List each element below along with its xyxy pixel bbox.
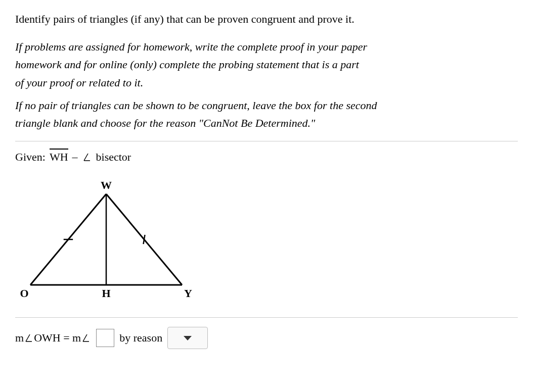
- italic-note-1: If problems are assigned for homework, w…: [15, 38, 518, 91]
- vertex-Y-label: Y: [184, 287, 192, 300]
- italic-note-1-line3: of your proof or related to it.: [15, 76, 143, 89]
- given-line: Given: WH – bisector: [15, 151, 518, 164]
- italic-note-2: If no pair of triangles can be shown to …: [15, 96, 518, 132]
- segment-WH: WH: [50, 151, 68, 164]
- divider-1: [15, 141, 518, 141]
- vertex-O-label: O: [20, 287, 28, 300]
- angle-icon-rhs: [82, 332, 90, 341]
- angle-icon: [83, 152, 91, 161]
- angle-answer-input[interactable]: [96, 329, 114, 347]
- italic-note-2-line1: If no pair of triangles can be shown to …: [15, 99, 377, 112]
- triangle-diagram: W O H Y: [15, 174, 518, 308]
- vertex-W-label: W: [101, 179, 112, 191]
- italic-note-1-line2: homework and for online (only) complete …: [15, 58, 359, 71]
- m-prefix-rhs: m: [72, 331, 81, 344]
- lhs-expression: m OWH = m: [15, 331, 91, 345]
- by-reason-label: by reason: [119, 331, 162, 345]
- answer-row: m OWH = m by reason: [15, 327, 518, 349]
- equals-sign: =: [63, 331, 69, 344]
- given-label: Given:: [15, 151, 46, 164]
- given-bisector-text: bisector: [96, 151, 131, 164]
- m-prefix-lhs: m: [15, 331, 24, 344]
- italic-note-2-line2: triangle blank and choose for the reason…: [15, 117, 315, 129]
- given-dash: –: [72, 151, 78, 164]
- angle-OWH: OWH: [34, 331, 61, 344]
- chevron-down-icon: [184, 336, 192, 340]
- vertex-H-label: H: [102, 287, 110, 300]
- reason-dropdown[interactable]: [167, 327, 208, 349]
- angle-icon-lhs: [25, 332, 33, 341]
- instruction-text: Identify pairs of triangles (if any) tha…: [15, 10, 518, 28]
- divider-2: [15, 317, 518, 318]
- italic-note-1-line1: If problems are assigned for homework, w…: [15, 40, 367, 53]
